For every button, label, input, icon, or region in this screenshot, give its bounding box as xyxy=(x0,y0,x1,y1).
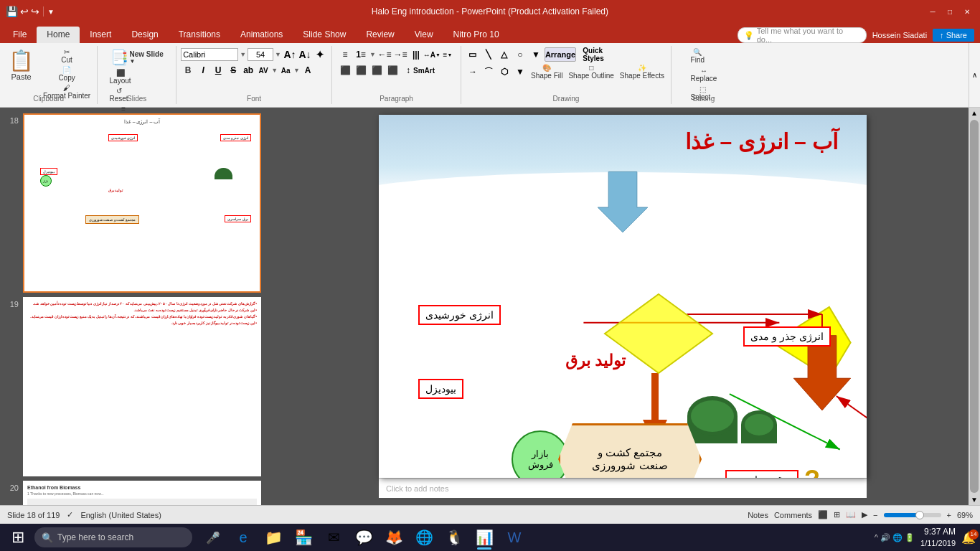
taskbar-mail[interactable]: ✉ xyxy=(320,524,347,551)
shape-line[interactable]: ╲ xyxy=(481,47,496,62)
increase-font-button[interactable]: A↑ xyxy=(283,47,297,62)
shape-outline-button[interactable]: □ Shape Outline xyxy=(566,63,616,80)
tab-animations[interactable]: Animations xyxy=(230,27,293,43)
cut-button[interactable]: ✂ Cut xyxy=(41,47,93,65)
columns-button[interactable]: ||| xyxy=(409,47,423,62)
shape-rect[interactable]: ▭ xyxy=(466,47,480,62)
copy-button[interactable]: 📄 Copy xyxy=(41,65,93,83)
normal-view-icon[interactable]: ⬛ xyxy=(818,510,828,519)
replace-button[interactable]: ↔ Replace xyxy=(689,66,720,83)
increase-indent-button[interactable]: →≡ xyxy=(393,47,407,62)
language-info[interactable]: English (United States) xyxy=(80,511,161,519)
slide-img-18[interactable]: آب – انرژی – غذا انرژی خورشیدی انرژی جذر… xyxy=(23,113,261,293)
taskbar-store[interactable]: 🏪 xyxy=(290,524,317,551)
minimize-button[interactable]: ─ xyxy=(925,4,940,19)
tab-view[interactable]: View xyxy=(405,27,443,43)
share-button[interactable]: ↑ Share xyxy=(933,29,974,42)
tell-me-input[interactable]: 💡 Tell me what you want to do... xyxy=(738,27,867,43)
tab-home[interactable]: Home xyxy=(37,27,80,43)
font-name-input[interactable] xyxy=(181,48,238,61)
notification-center[interactable]: 🔔 14 xyxy=(961,531,976,545)
clock[interactable]: 9:37 AM 1/11/2019 xyxy=(920,526,956,549)
zoom-level[interactable]: 69% xyxy=(957,511,973,519)
paste-button[interactable]: 📋 Paste xyxy=(4,47,38,83)
decrease-font-button[interactable]: A↓ xyxy=(298,47,312,62)
clear-format-button[interactable]: ✦ xyxy=(313,47,327,62)
shape-more[interactable]: ▼ xyxy=(529,47,543,62)
shape-block[interactable]: ⬡ xyxy=(497,65,512,79)
tidal-node[interactable]: انرژی جذر و مدی xyxy=(743,326,831,347)
customize-icon[interactable]: ▼ xyxy=(47,8,55,16)
taskbar-whatsapp[interactable]: 💬 xyxy=(350,524,377,551)
tab-file[interactable]: File xyxy=(3,27,37,43)
biodiesel-node[interactable]: بیودیزل xyxy=(418,379,463,399)
zoom-slider[interactable] xyxy=(884,513,941,517)
italic-button[interactable]: I xyxy=(196,63,210,77)
layout-button[interactable]: ⬛ Layout xyxy=(108,68,133,85)
tab-nitro[interactable]: Nitro Pro 10 xyxy=(443,27,509,43)
redo-icon[interactable]: ↪ xyxy=(31,6,39,17)
strikethrough-button[interactable]: S xyxy=(226,63,240,77)
slideshow-icon[interactable]: ▶ xyxy=(862,510,867,519)
start-button[interactable]: ⊞ xyxy=(4,524,32,551)
taskbar-edge[interactable]: e xyxy=(230,524,257,551)
solar-node[interactable]: انرژی خورشیدی xyxy=(418,305,501,325)
shape-arrow[interactable]: → xyxy=(466,65,480,79)
quick-styles-button[interactable]: QuickStyles xyxy=(578,47,609,62)
undo-icon[interactable]: ↩ xyxy=(20,6,29,17)
slide-thumb-20[interactable]: 20 Ethanol from Biomass 1 Thanks to new … xyxy=(4,481,261,505)
slide-img-20[interactable]: Ethanol from Biomass 1 Thanks to new pro… xyxy=(23,481,261,505)
tab-design[interactable]: Design xyxy=(121,27,168,43)
slide-thumb-19[interactable]: 19 • گزارش‌های شرکت نفتی شل در مورد وضعی… xyxy=(4,297,261,476)
taskbar-app8[interactable]: 🐧 xyxy=(440,524,468,551)
font-size-input[interactable] xyxy=(248,48,273,61)
notes-button[interactable]: Notes xyxy=(748,511,768,519)
zoom-out-button[interactable]: − xyxy=(873,511,877,519)
bold-button[interactable]: B xyxy=(181,63,195,77)
slide-thumb-18[interactable]: 18 آب – انرژی – غذا انرژی خورشیدی انرژی … xyxy=(4,113,261,293)
main-slide-18[interactable]: آب – انرژی – غذا xyxy=(379,115,867,478)
user-area[interactable]: Hossein Siadati xyxy=(872,31,927,39)
slide-sorter-icon[interactable]: ⊞ xyxy=(834,510,840,519)
tab-slideshow[interactable]: Slide Show xyxy=(293,27,356,43)
close-button[interactable]: ✕ xyxy=(960,4,974,19)
national-node[interactable]: برق سراسری xyxy=(725,470,798,478)
spell-check-icon[interactable]: ✓ xyxy=(67,510,73,519)
shape-connector[interactable]: ⌒ xyxy=(481,65,496,79)
taskbar-firefox[interactable]: 🦊 xyxy=(380,524,407,551)
comments-button[interactable]: Comments xyxy=(774,511,812,519)
save-icon[interactable]: 💾 xyxy=(6,6,18,17)
decrease-indent-button[interactable]: ←≡ xyxy=(377,47,392,62)
shape-more2[interactable]: ▼ xyxy=(513,65,527,79)
tab-insert[interactable]: Insert xyxy=(80,27,121,43)
taskbar-word[interactable]: W xyxy=(501,524,528,551)
slide-main-title[interactable]: آب – انرژی – غذا xyxy=(685,129,838,154)
taskbar-cortana[interactable]: 🎤 xyxy=(199,524,227,551)
change-case-button[interactable]: Aa xyxy=(278,63,293,77)
scroll-thumb[interactable] xyxy=(970,120,979,493)
tab-transitions[interactable]: Transitions xyxy=(169,27,230,43)
shape-effects-button[interactable]: ✨ Shape Effects xyxy=(618,63,666,80)
underline-button[interactable]: U xyxy=(211,63,225,77)
shape-rtriangle[interactable]: △ xyxy=(497,47,512,62)
shape-fill-button[interactable]: 🎨 Shape Fill xyxy=(529,63,565,80)
zoom-in-button[interactable]: + xyxy=(947,511,951,519)
convert-smartart-button[interactable]: SmArt xyxy=(417,63,431,77)
arrange-button[interactable]: Arrange xyxy=(545,47,576,62)
taskbar-powerpoint[interactable]: 📊 xyxy=(471,524,498,551)
taskbar-chrome[interactable]: 🌐 xyxy=(410,524,438,551)
char-spacing-button[interactable]: AV xyxy=(256,63,270,77)
align-text-button[interactable]: ≡▼ xyxy=(440,47,455,62)
slide-panel[interactable]: 18 آب – انرژی – غذا انرژی خورشیدی انرژی … xyxy=(0,108,265,505)
tab-review[interactable]: Review xyxy=(356,27,404,43)
scroll-down-button[interactable]: ▼ xyxy=(969,494,979,505)
find-button[interactable]: 🔍 Find xyxy=(689,47,707,65)
agri-node[interactable]: مجتمع کشت و صنعت شورورزی xyxy=(558,423,702,478)
text-direction-button[interactable]: ↔A▼ xyxy=(425,47,439,62)
align-left-button[interactable]: ⬛ xyxy=(338,63,352,77)
align-right-button[interactable]: ⬛ xyxy=(369,63,384,77)
shadow-button[interactable]: ab xyxy=(241,63,255,77)
vertical-scrollbar[interactable]: ▲ ▼ xyxy=(969,108,980,505)
taskbar-explorer[interactable]: 📁 xyxy=(260,524,287,551)
justify-button[interactable]: ⬛ xyxy=(385,63,400,77)
